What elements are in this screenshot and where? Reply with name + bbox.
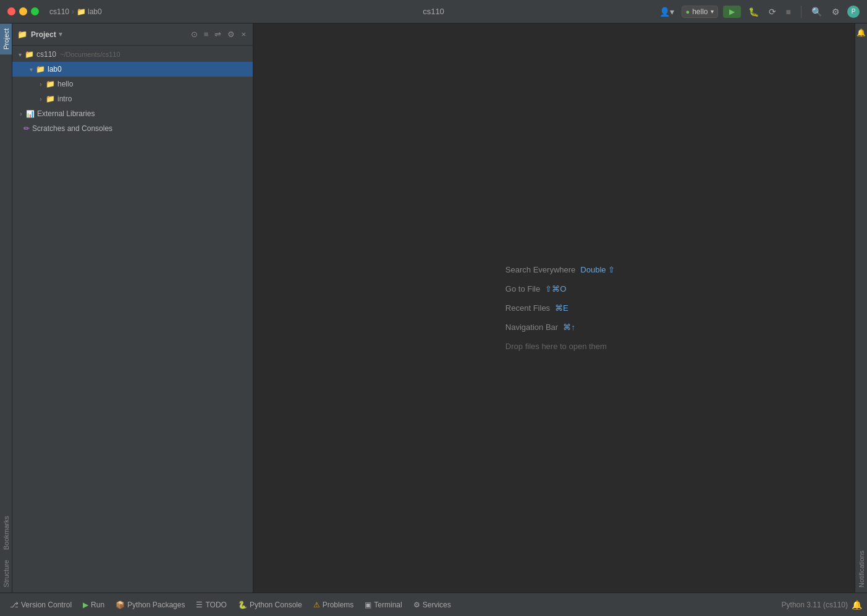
python-packages-icon: 📦 [116, 601, 125, 609]
services-icon: ⚙ [413, 601, 420, 609]
nav-bar-shortcut: ⌘↑ [563, 323, 575, 332]
expand-icon[interactable]: ⇌ [213, 29, 223, 40]
recent-files-row: Recent Files ⌘E [505, 303, 615, 313]
traffic-lights [7, 7, 39, 15]
tree-item-lab0[interactable]: ▾ 📁 lab0 [12, 62, 253, 77]
welcome-content: Search Everywhere Double ⇧ Go to File ⇧⌘… [505, 265, 615, 351]
tree-label-ext-libs: External Libraries [37, 109, 95, 118]
status-tab-run[interactable]: ▶ Run [78, 598, 109, 612]
left-vertical-tabs: Project Bookmarks Structure [0, 23, 12, 593]
scratches-icon: ✏ [23, 124, 30, 133]
todo-icon: ☰ [196, 601, 203, 609]
tree-item-hello[interactable]: › 📁 hello [12, 77, 253, 91]
tree-item-scratches[interactable]: ✏ Scratches and Consoles [12, 121, 253, 136]
coverage-button[interactable]: ⟳ [766, 6, 779, 18]
folder-icon: 📁 [46, 80, 55, 88]
status-tab-version-control[interactable]: ⎇ Version Control [5, 598, 77, 612]
statusbar: ⎇ Version Control ▶ Run 📦 Python Package… [0, 593, 867, 616]
recent-files-label: Recent Files [505, 303, 550, 313]
todo-label: TODO [205, 601, 226, 609]
dropdown-arrow-icon: ▾ [711, 8, 714, 15]
close-panel-icon[interactable]: × [239, 29, 248, 40]
tree-label-lab0: lab0 [48, 65, 62, 74]
titlebar: cs110 › 📁 lab0 cs110 👤▾ ● hello ▾ ▶ 🐛 ⟳ … [0, 0, 867, 23]
status-tab-python-console[interactable]: 🐍 Python Console [233, 598, 307, 612]
breadcrumb-folder: 📁 lab0 [77, 7, 102, 16]
run-icon: ▶ [83, 601, 88, 609]
search-everywhere-label: Search Everywhere [505, 265, 575, 274]
project-vertical-tab[interactable]: Project [0, 23, 12, 54]
bottom-notification-bell[interactable]: 🔔 [852, 600, 862, 610]
python-console-label: Python Console [250, 601, 302, 609]
nav-bar-label: Navigation Bar [505, 323, 558, 332]
notifications-strip: 🔔 Notifications [855, 23, 867, 593]
drop-files-row: Drop files here to open them [505, 342, 615, 351]
folder-icon: 📁 [17, 30, 27, 39]
titlebar-right: 👤▾ ● hello ▾ ▶ 🐛 ⟳ ■ 🔍 ⚙ P [657, 6, 860, 18]
python-version-status: Python 3.11 (cs110) [782, 601, 848, 609]
folder-icon: 📁 [36, 65, 45, 74]
problems-label: Problems [323, 601, 354, 609]
maximize-button[interactable] [31, 7, 39, 15]
status-tab-services[interactable]: ⚙ Services [408, 598, 456, 612]
run-label: Run [91, 601, 104, 609]
chevron-right-icon: › [37, 95, 44, 103]
external-libs-icon: 📊 [26, 110, 35, 118]
version-control-icon: ⎇ [10, 601, 19, 609]
profile-indicator[interactable]: P [847, 6, 860, 18]
play-icon: ▶ [729, 7, 735, 16]
tree-label-hello: hello [57, 80, 73, 88]
drop-files-text: Drop files here to open them [505, 342, 607, 351]
run-config-dropdown[interactable]: ● hello ▾ [682, 6, 718, 18]
goto-file-shortcut: ⇧⌘O [545, 284, 566, 293]
tree-path-cs110: ~/Documents/cs110 [60, 51, 121, 58]
search-everywhere-shortcut: Double ⇧ [580, 265, 615, 274]
settings-button[interactable]: ⚙ [829, 6, 842, 18]
breadcrumb: cs110 › 📁 lab0 [49, 7, 102, 16]
status-tab-todo[interactable]: ☰ TODO [191, 598, 231, 612]
tree-label-cs110: cs110 [36, 50, 56, 59]
recent-files-shortcut: ⌘E [555, 303, 569, 313]
collapse-all-icon[interactable]: ≡ [202, 29, 211, 40]
chevron-down-icon: ▾ [16, 51, 23, 58]
chevron-down-icon: ▾ [27, 65, 35, 73]
tree-label-intro: intro [57, 95, 72, 103]
settings-icon[interactable]: ⚙ [226, 29, 237, 40]
python-packages-label: Python Packages [127, 601, 185, 609]
search-everywhere-button[interactable]: 🔍 [809, 6, 824, 18]
debug-button[interactable]: 🐛 [746, 6, 761, 18]
tree-item-ext-libs[interactable]: › 📊 External Libraries [12, 106, 253, 121]
version-control-label: Version Control [21, 601, 72, 609]
folder-icon: 📁 [25, 50, 34, 59]
close-button[interactable] [7, 7, 15, 15]
scope-icon[interactable]: ⊙ [189, 29, 200, 40]
terminal-label: Terminal [374, 601, 402, 609]
nav-bar-row: Navigation Bar ⌘↑ [505, 323, 615, 332]
status-tab-problems[interactable]: ⚠ Problems [308, 598, 359, 612]
run-button[interactable]: ▶ [723, 6, 741, 18]
bookmarks-vertical-tab[interactable]: Bookmarks [0, 511, 12, 555]
window-title: cs110 [423, 7, 444, 16]
chevron-right-icon: › [17, 110, 25, 117]
tree-item-cs110[interactable]: ▾ 📁 cs110 ~/Documents/cs110 [12, 47, 253, 62]
goto-file-row: Go to File ⇧⌘O [505, 284, 615, 293]
structure-vertical-tab[interactable]: Structure [0, 555, 12, 593]
tree-label-scratches: Scratches and Consoles [32, 124, 112, 133]
search-everywhere-row: Search Everywhere Double ⇧ [505, 265, 615, 274]
tree-item-intro[interactable]: › 📁 intro [12, 91, 253, 106]
project-dropdown-arrow[interactable]: ▾ [59, 30, 62, 38]
notifications-vertical-label[interactable]: Notifications [858, 551, 865, 588]
separator [801, 6, 801, 18]
minimize-button[interactable] [19, 7, 27, 15]
folder-icon: 📁 [46, 95, 55, 103]
status-tab-python-packages[interactable]: 📦 Python Packages [111, 598, 190, 612]
stop-button[interactable]: ■ [784, 6, 793, 18]
status-tab-terminal[interactable]: ▣ Terminal [360, 598, 407, 612]
main-layout: Project Bookmarks Structure 📁 Project ▾ … [0, 23, 867, 593]
breadcrumb-separator: › [72, 7, 74, 16]
account-button[interactable]: 👤▾ [657, 6, 677, 18]
project-panel: 📁 Project ▾ ⊙ ≡ ⇌ ⚙ × ▾ 📁 cs110 ~/Docume… [12, 23, 253, 593]
bell-icon[interactable]: 🔔 [856, 28, 866, 37]
goto-file-label: Go to File [505, 284, 540, 293]
file-tree: ▾ 📁 cs110 ~/Documents/cs110 ▾ 📁 lab0 › 📁… [12, 46, 253, 593]
